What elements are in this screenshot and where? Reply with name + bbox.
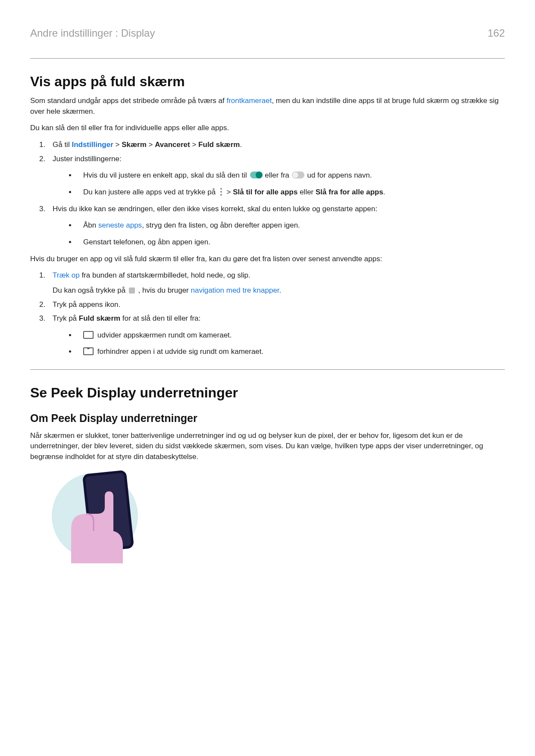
text: Fuld skærm [198, 141, 240, 149]
ordered-list: Træk op fra bunden af startskærmbilledet… [30, 270, 505, 357]
divider [30, 369, 505, 370]
text: fra bunden af startskærmbilledet, hold n… [80, 271, 250, 279]
hand-icon [63, 490, 131, 563]
list-item: Du kan justere alle apps ved at trykke p… [76, 187, 505, 198]
paragraph: Du kan også trykke på , hvis du bruger n… [53, 285, 505, 296]
page-header: Andre indstillinger : Display 162 [30, 26, 505, 41]
text: Du kan justere alle apps ved at trykke p… [83, 188, 218, 196]
text: eller fra [263, 171, 291, 179]
paragraph: Hvis du bruger en app og vil slå fuld sk… [30, 254, 505, 265]
list-item: Juster indstillingerne: Hvis du vil just… [47, 154, 505, 198]
list-item: Genstart telefonen, og åbn appen igen. [76, 237, 505, 248]
section-title: Vis apps på fuld skærm [30, 72, 505, 91]
text: Avanceret [155, 141, 190, 149]
text: Fuld skærm [79, 314, 120, 322]
ordered-list: Gå til Indstillinger > Skærm > Avanceret… [30, 140, 505, 247]
toggle-off-icon [292, 172, 304, 178]
text: Som standard undgår apps det stribede om… [30, 97, 226, 105]
toggle-on-icon [250, 172, 262, 178]
page-number: 162 [488, 26, 505, 41]
text: Hvis du ikke kan se ændringen, eller den… [53, 205, 377, 213]
breadcrumb: Andre indstillinger : Display [30, 26, 155, 41]
fullscreen-expand-icon [83, 331, 94, 339]
fullscreen-notch-icon [83, 347, 94, 355]
text: eller [297, 188, 316, 196]
bullet-list: Åbn seneste apps, stryg den fra listen, … [53, 220, 505, 247]
bullet-list: udvider appskærmen rundt om kameraet. fo… [53, 330, 505, 357]
bullet-list: Hvis du vil justere en enkelt app, skal … [53, 170, 505, 197]
list-item: Tryk på Fuld skærm for at slå den til el… [47, 313, 505, 357]
text: Tryk på [53, 314, 79, 322]
list-item: Gå til Indstillinger > Skærm > Avanceret… [47, 140, 505, 150]
list-item: Åbn seneste apps, stryg den fra listen, … [76, 220, 505, 231]
list-item: Træk op fra bunden af startskærmbilledet… [47, 270, 505, 296]
paragraph: Når skærmen er slukket, toner batteriven… [30, 431, 505, 462]
text: udvider appskærmen rundt om kameraet. [95, 331, 232, 339]
link-recent-apps[interactable]: seneste apps [98, 221, 142, 229]
text: Gå til [53, 141, 72, 149]
text: > [113, 141, 122, 149]
list-item: udvider appskærmen rundt om kameraet. [76, 330, 505, 341]
subsection-title: Om Peek Display underretninger [30, 410, 505, 426]
text: Du kan også trykke på [53, 286, 128, 294]
more-vert-icon [219, 188, 223, 196]
list-item: Hvis du vil justere en enkelt app, skal … [76, 170, 505, 181]
overview-nav-icon [129, 287, 135, 294]
text: for at slå den til eller fra: [120, 314, 200, 322]
page: Andre indstillinger : Display 162 Vis ap… [0, 0, 535, 756]
link-front-camera[interactable]: frontkameraet [226, 97, 272, 105]
text: > [225, 188, 233, 196]
link-three-button-nav[interactable]: navigation med tre knapper [191, 286, 279, 294]
hand-holding-phone-illustration [47, 469, 142, 563]
text: , hvis du bruger [136, 286, 191, 294]
text: forhindrer appen i at udvide sig rundt o… [95, 347, 263, 356]
text: Slå fra for alle apps [316, 188, 383, 196]
link-settings[interactable]: Indstillinger [72, 141, 113, 149]
text: . [383, 188, 385, 196]
list-item: forhindrer appen i at udvide sig rundt o… [76, 347, 505, 357]
text: Slå til for alle apps [233, 188, 297, 196]
text: > [147, 141, 155, 149]
text: ud for appens navn. [305, 171, 372, 179]
divider [30, 58, 505, 59]
text: , stryg den fra listen, og åbn derefter … [142, 221, 300, 229]
text: > [190, 141, 198, 149]
section-title: Se Peek Display underretninger [30, 383, 505, 403]
text: Åbn [83, 221, 98, 229]
text: Hvis du vil justere en enkelt app, skal … [83, 171, 249, 179]
list-item: Tryk på appens ikon. [47, 300, 505, 310]
text: . [240, 141, 242, 149]
paragraph: Du kan slå den til eller fra for individ… [30, 123, 505, 134]
link-swipe-up[interactable]: Træk op [53, 271, 80, 279]
list-item: Hvis du ikke kan se ændringen, eller den… [47, 204, 505, 248]
text: Juster indstillingerne: [53, 155, 122, 163]
paragraph: Som standard undgår apps det stribede om… [30, 96, 505, 117]
text: . [279, 286, 282, 294]
text: Skærm [122, 141, 147, 149]
